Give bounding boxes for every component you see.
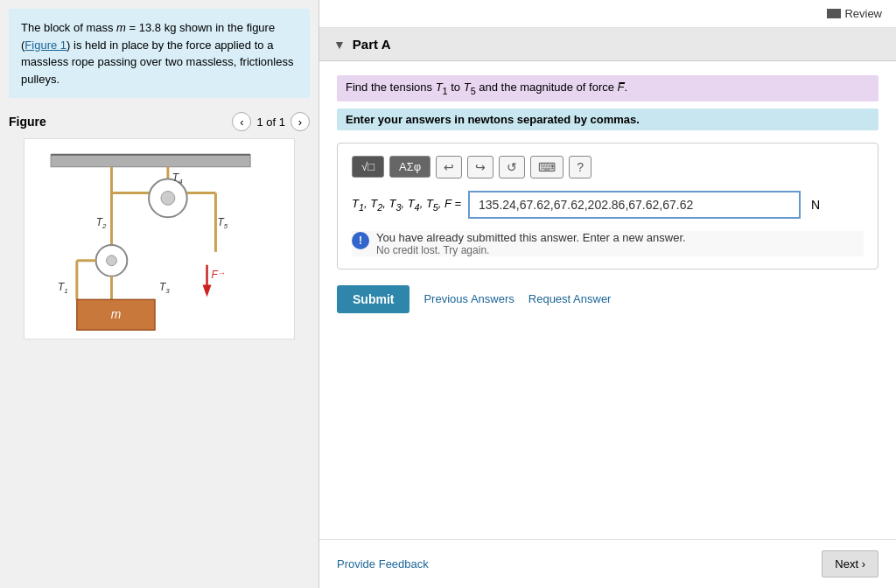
figure-svg: m T4 T2 T3 T5 T1 F→	[24, 139, 294, 339]
part-a-label: Part A	[353, 37, 391, 52]
figure-prev-button[interactable]: ‹	[232, 112, 251, 131]
svg-text:T2: T2	[96, 216, 107, 230]
figure-title: Figure	[9, 115, 46, 129]
equation-label: T1, T2, T3, T4, T5, F =	[352, 197, 461, 213]
redo-button[interactable]: ↪	[467, 156, 494, 178]
svg-text:T4: T4	[172, 172, 183, 186]
instruction-text: Enter your answers in newtons separated …	[337, 108, 878, 130]
help-icon: ?	[577, 160, 584, 174]
warning-sub-text: No credit lost. Try again.	[376, 244, 686, 256]
figure-page: 1 of 1	[256, 116, 285, 129]
question-text: Find the tensions T1 to T5 and the magni…	[337, 75, 878, 102]
undo-button[interactable]: ↩	[436, 156, 462, 178]
bottom-bar: Provide Feedback Next ›	[319, 539, 896, 588]
question-description: Find the tensions T1 to T5 and the magni…	[346, 80, 627, 94]
answer-box: √□ AΣφ ↩ ↪ ↺ ⌨ ?	[337, 143, 878, 270]
svg-rect-0	[51, 155, 250, 167]
previous-answers-label: Previous Answers	[424, 292, 514, 305]
figure-next-button[interactable]: ›	[290, 112, 310, 131]
svg-text:m: m	[111, 307, 122, 321]
next-button[interactable]: Next ›	[822, 550, 878, 578]
previous-answers-link[interactable]: Previous Answers	[424, 292, 514, 305]
part-a-collapse-icon[interactable]: ▼	[333, 38, 346, 52]
figure-diagram: m T4 T2 T3 T5 T1 F→	[24, 138, 295, 340]
undo-icon: ↩	[444, 160, 454, 174]
toolbar: √□ AΣφ ↩ ↪ ↺ ⌨ ?	[352, 156, 864, 178]
math-sqrt-icon: √□	[361, 160, 374, 173]
review-link[interactable]: Review	[827, 7, 882, 20]
submit-label: Submit	[353, 292, 394, 306]
review-icon	[827, 9, 841, 18]
main-content: Find the tensions T1 to T5 and the magni…	[319, 61, 896, 539]
submit-button[interactable]: Submit	[337, 285, 410, 313]
svg-point-10	[107, 256, 117, 266]
svg-text:F→: F→	[211, 269, 225, 281]
instruction-description: Enter your answers in newtons separated …	[346, 113, 640, 126]
math-sigma-button[interactable]: AΣφ	[389, 156, 430, 178]
submit-row: Submit Previous Answers Request Answer	[337, 285, 878, 313]
answer-input[interactable]: 135.24,67.62,67.62,202.86,67.62,67.62	[468, 191, 801, 219]
figure-section: Figure ‹ 1 of 1 ›	[0, 107, 318, 588]
svg-text:T1: T1	[58, 281, 68, 295]
svg-marker-15	[203, 285, 212, 298]
warning-main-text: You have already submitted this answer. …	[376, 231, 686, 244]
top-bar: Review	[319, 0, 896, 28]
part-a-header: ▼ Part A	[319, 28, 896, 61]
math-sigma-label: AΣφ	[399, 160, 421, 173]
review-label: Review	[844, 7, 882, 20]
svg-point-5	[161, 191, 175, 205]
equation-row: T1, T2, T3, T4, T5, F = 135.24,67.62,67.…	[352, 191, 864, 219]
next-label: Next ›	[835, 557, 865, 570]
reset-icon: ↺	[507, 160, 517, 174]
request-answer-label: Request Answer	[528, 292, 612, 305]
right-panel: Review ▼ Part A Find the tensions T1 to …	[319, 0, 896, 588]
figure-link[interactable]: Figure 1	[24, 38, 66, 52]
keyboard-button[interactable]: ⌨	[530, 156, 564, 178]
warning-text: You have already submitted this answer. …	[376, 231, 686, 256]
figure-header: Figure ‹ 1 of 1 ›	[9, 112, 310, 131]
provide-feedback-label: Provide Feedback	[337, 557, 429, 570]
provide-feedback-link[interactable]: Provide Feedback	[337, 557, 429, 570]
svg-text:T3: T3	[159, 281, 170, 295]
warning-box: ! You have already submitted this answer…	[352, 231, 864, 256]
reset-button[interactable]: ↺	[499, 156, 525, 178]
problem-description: The block of mass m = 13.8 kg shown in t…	[21, 21, 293, 86]
keyboard-icon: ⌨	[538, 160, 556, 174]
figure-nav: ‹ 1 of 1 ›	[232, 112, 310, 131]
math-sqrt-button[interactable]: √□	[352, 156, 384, 178]
left-panel: The block of mass m = 13.8 kg shown in t…	[0, 0, 319, 588]
unit-label: N	[811, 198, 820, 212]
svg-text:T5: T5	[217, 216, 228, 230]
warning-icon: !	[352, 232, 369, 249]
help-button[interactable]: ?	[569, 156, 592, 178]
redo-icon: ↪	[475, 160, 486, 174]
request-answer-link[interactable]: Request Answer	[528, 292, 612, 305]
problem-text: The block of mass m = 13.8 kg shown in t…	[9, 9, 310, 98]
